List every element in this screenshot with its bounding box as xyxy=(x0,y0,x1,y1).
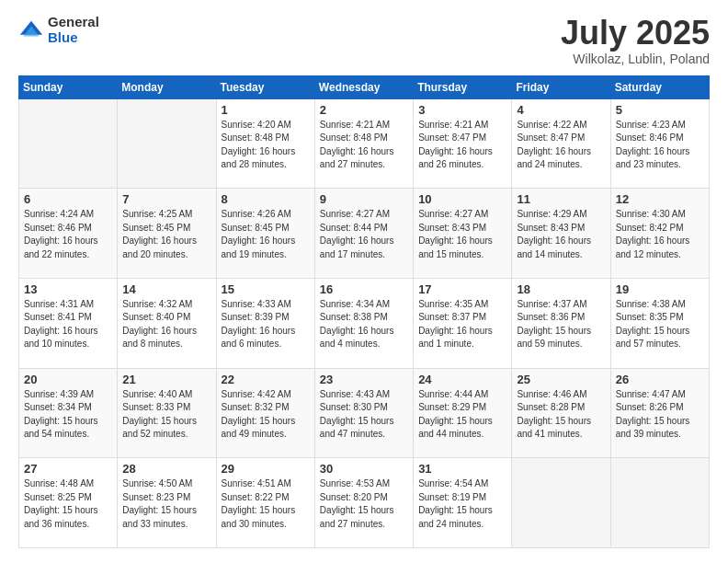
day-info: Sunrise: 4:47 AMSunset: 8:26 PMDaylight:… xyxy=(616,389,690,440)
day-number: 15 xyxy=(222,282,310,296)
day-number: 19 xyxy=(616,282,704,296)
page: General Blue July 2025 Wilkolaz, Lublin,… xyxy=(0,0,728,563)
day-info: Sunrise: 4:22 AMSunset: 8:47 PMDaylight:… xyxy=(517,120,591,170)
logo-general: General xyxy=(48,15,99,30)
table-row: 16 Sunrise: 4:34 AMSunset: 8:38 PMDaylig… xyxy=(314,278,413,368)
day-info: Sunrise: 4:25 AMSunset: 8:45 PMDaylight:… xyxy=(122,209,197,259)
title-section: July 2025 Wilkolaz, Lublin, Poland xyxy=(561,15,710,66)
day-info: Sunrise: 4:21 AMSunset: 8:47 PMDaylight:… xyxy=(418,120,493,170)
table-row: 6 Sunrise: 4:24 AMSunset: 8:46 PMDayligh… xyxy=(19,189,118,279)
day-number: 7 xyxy=(122,192,210,206)
table-row: 8 Sunrise: 4:26 AMSunset: 8:45 PMDayligh… xyxy=(216,189,314,279)
table-row: 22 Sunrise: 4:42 AMSunset: 8:32 PMDaylig… xyxy=(216,368,314,458)
table-row xyxy=(19,98,118,189)
day-number: 9 xyxy=(320,192,408,206)
day-number: 21 xyxy=(122,373,210,386)
table-row: 17 Sunrise: 4:35 AMSunset: 8:37 PMDaylig… xyxy=(414,278,512,368)
day-number: 12 xyxy=(616,192,704,206)
day-info: Sunrise: 4:34 AMSunset: 8:38 PMDaylight:… xyxy=(320,299,394,350)
main-title: July 2025 xyxy=(561,15,710,52)
table-row: 2 Sunrise: 4:21 AMSunset: 8:48 PMDayligh… xyxy=(314,98,413,189)
day-number: 2 xyxy=(320,103,408,117)
table-row: 20 Sunrise: 4:39 AMSunset: 8:34 PMDaylig… xyxy=(19,368,118,458)
day-number: 3 xyxy=(418,103,506,117)
day-info: Sunrise: 4:30 AMSunset: 8:42 PMDaylight:… xyxy=(616,209,690,259)
day-number: 27 xyxy=(24,462,112,476)
day-info: Sunrise: 4:38 AMSunset: 8:35 PMDaylight:… xyxy=(616,299,690,350)
day-info: Sunrise: 4:37 AMSunset: 8:36 PMDaylight:… xyxy=(517,299,591,350)
day-number: 4 xyxy=(517,103,605,117)
day-info: Sunrise: 4:44 AMSunset: 8:29 PMDaylight:… xyxy=(418,389,493,440)
table-row: 15 Sunrise: 4:33 AMSunset: 8:39 PMDaylig… xyxy=(216,278,314,368)
day-number: 1 xyxy=(222,103,310,117)
table-row: 11 Sunrise: 4:29 AMSunset: 8:43 PMDaylig… xyxy=(512,189,610,279)
logo-blue: Blue xyxy=(48,30,99,46)
calendar-week-2: 13 Sunrise: 4:31 AMSunset: 8:41 PMDaylig… xyxy=(19,278,710,368)
day-number: 11 xyxy=(517,192,605,206)
table-row: 9 Sunrise: 4:27 AMSunset: 8:44 PMDayligh… xyxy=(314,189,413,279)
day-number: 20 xyxy=(24,373,112,386)
header-tuesday: Tuesday xyxy=(216,75,314,98)
day-info: Sunrise: 4:24 AMSunset: 8:46 PMDaylight:… xyxy=(24,209,98,259)
day-info: Sunrise: 4:46 AMSunset: 8:28 PMDaylight:… xyxy=(517,389,591,440)
day-info: Sunrise: 4:39 AMSunset: 8:34 PMDaylight:… xyxy=(24,389,98,440)
calendar-week-1: 6 Sunrise: 4:24 AMSunset: 8:46 PMDayligh… xyxy=(19,189,710,279)
day-number: 5 xyxy=(616,103,704,117)
day-number: 8 xyxy=(222,192,310,206)
calendar-header-row: Sunday Monday Tuesday Wednesday Thursday… xyxy=(19,75,710,98)
day-number: 14 xyxy=(122,282,210,296)
table-row: 24 Sunrise: 4:44 AMSunset: 8:29 PMDaylig… xyxy=(414,368,512,458)
table-row: 29 Sunrise: 4:51 AMSunset: 8:22 PMDaylig… xyxy=(216,458,314,548)
day-number: 22 xyxy=(222,373,310,386)
day-number: 26 xyxy=(616,373,704,386)
header-saturday: Saturday xyxy=(610,75,709,98)
day-info: Sunrise: 4:40 AMSunset: 8:33 PMDaylight:… xyxy=(122,389,197,440)
day-number: 18 xyxy=(517,282,605,296)
table-row: 12 Sunrise: 4:30 AMSunset: 8:42 PMDaylig… xyxy=(610,189,709,279)
day-info: Sunrise: 4:31 AMSunset: 8:41 PMDaylight:… xyxy=(24,299,98,350)
table-row: 31 Sunrise: 4:54 AMSunset: 8:19 PMDaylig… xyxy=(414,458,512,548)
day-info: Sunrise: 4:35 AMSunset: 8:37 PMDaylight:… xyxy=(418,299,493,350)
table-row: 21 Sunrise: 4:40 AMSunset: 8:33 PMDaylig… xyxy=(118,368,216,458)
day-number: 29 xyxy=(222,462,310,476)
day-info: Sunrise: 4:33 AMSunset: 8:39 PMDaylight:… xyxy=(222,299,296,350)
day-info: Sunrise: 4:53 AMSunset: 8:20 PMDaylight:… xyxy=(320,478,394,529)
table-row xyxy=(118,98,216,189)
header-wednesday: Wednesday xyxy=(314,75,413,98)
table-row: 13 Sunrise: 4:31 AMSunset: 8:41 PMDaylig… xyxy=(19,278,118,368)
header-friday: Friday xyxy=(512,75,610,98)
table-row: 5 Sunrise: 4:23 AMSunset: 8:46 PMDayligh… xyxy=(610,98,709,189)
day-info: Sunrise: 4:42 AMSunset: 8:32 PMDaylight:… xyxy=(222,389,296,440)
day-number: 30 xyxy=(320,462,408,476)
day-info: Sunrise: 4:27 AMSunset: 8:44 PMDaylight:… xyxy=(320,209,394,259)
table-row: 7 Sunrise: 4:25 AMSunset: 8:45 PMDayligh… xyxy=(118,189,216,279)
day-info: Sunrise: 4:29 AMSunset: 8:43 PMDaylight:… xyxy=(517,209,591,259)
day-number: 6 xyxy=(24,192,112,206)
day-number: 13 xyxy=(24,282,112,296)
logo-text: General Blue xyxy=(48,15,99,45)
calendar-week-3: 20 Sunrise: 4:39 AMSunset: 8:34 PMDaylig… xyxy=(19,368,710,458)
day-number: 28 xyxy=(122,462,210,476)
day-info: Sunrise: 4:43 AMSunset: 8:30 PMDaylight:… xyxy=(320,389,394,440)
day-info: Sunrise: 4:21 AMSunset: 8:48 PMDaylight:… xyxy=(320,120,394,170)
table-row: 14 Sunrise: 4:32 AMSunset: 8:40 PMDaylig… xyxy=(118,278,216,368)
calendar-week-4: 27 Sunrise: 4:48 AMSunset: 8:25 PMDaylig… xyxy=(19,458,710,548)
day-info: Sunrise: 4:54 AMSunset: 8:19 PMDaylight:… xyxy=(418,478,493,529)
header-thursday: Thursday xyxy=(414,75,512,98)
table-row: 23 Sunrise: 4:43 AMSunset: 8:30 PMDaylig… xyxy=(314,368,413,458)
day-number: 10 xyxy=(418,192,506,206)
header-monday: Monday xyxy=(118,75,216,98)
table-row: 30 Sunrise: 4:53 AMSunset: 8:20 PMDaylig… xyxy=(314,458,413,548)
table-row: 25 Sunrise: 4:46 AMSunset: 8:28 PMDaylig… xyxy=(512,368,610,458)
day-info: Sunrise: 4:26 AMSunset: 8:45 PMDaylight:… xyxy=(222,209,296,259)
header-sunday: Sunday xyxy=(19,75,118,98)
day-number: 24 xyxy=(418,373,506,386)
location: Wilkolaz, Lublin, Poland xyxy=(561,52,710,66)
logo: General Blue xyxy=(18,15,99,45)
day-info: Sunrise: 4:50 AMSunset: 8:23 PMDaylight:… xyxy=(122,478,197,529)
day-info: Sunrise: 4:51 AMSunset: 8:22 PMDaylight:… xyxy=(222,478,296,529)
logo-icon xyxy=(18,17,44,43)
day-number: 31 xyxy=(418,462,506,476)
day-info: Sunrise: 4:27 AMSunset: 8:43 PMDaylight:… xyxy=(418,209,493,259)
table-row: 26 Sunrise: 4:47 AMSunset: 8:26 PMDaylig… xyxy=(610,368,709,458)
